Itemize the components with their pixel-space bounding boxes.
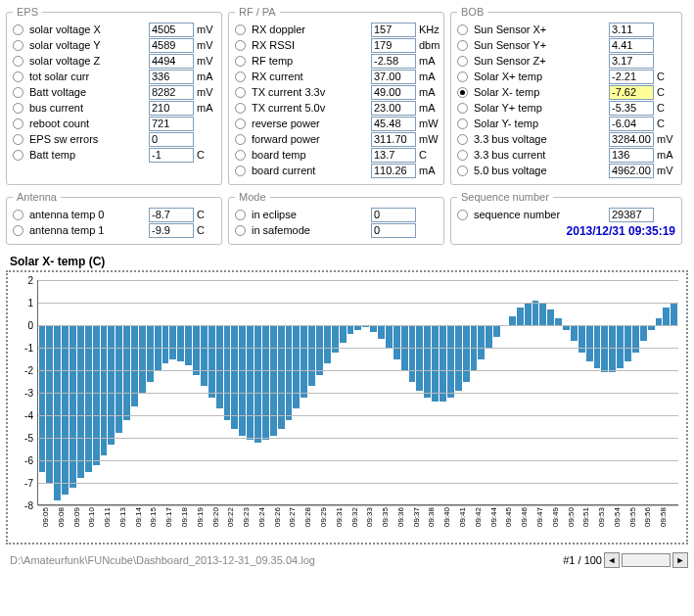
mode-label: in safemode <box>252 224 369 236</box>
bar <box>493 325 500 337</box>
eps-label: Batt temp <box>29 149 147 161</box>
eps-radio[interactable] <box>13 87 23 98</box>
eps-radio[interactable] <box>13 24 23 35</box>
bar <box>123 325 130 420</box>
rfpa-radio[interactable] <box>235 24 246 35</box>
bob-radio[interactable] <box>457 166 468 176</box>
y-tick: 2 <box>27 275 33 286</box>
eps-unit: mV <box>194 39 215 51</box>
eps-value: 0 <box>149 132 194 147</box>
seq-row: sequence number29387 <box>457 207 675 222</box>
bar <box>393 325 400 359</box>
bob-radio[interactable] <box>457 40 468 51</box>
eps-row: reboot count721 <box>13 116 215 131</box>
eps-radio[interactable] <box>13 150 23 161</box>
rfpa-row: board temp13.7C <box>235 147 438 163</box>
bob-label: Solar X+ temp <box>474 71 607 82</box>
y-tick: -4 <box>24 410 33 421</box>
rfpa-unit: mA <box>416 86 438 98</box>
rfpa-value: 13.7 <box>371 148 416 163</box>
eps-value: 336 <box>149 70 194 84</box>
bob-radio[interactable] <box>457 118 468 129</box>
bob-row: Solar X+ temp-2.21C <box>457 69 675 84</box>
y-axis: 210-1-2-3-4-5-6-7-8 <box>14 280 35 505</box>
bob-radio[interactable] <box>457 103 468 114</box>
rfpa-radio[interactable] <box>235 56 246 67</box>
rfpa-group: RF / PA RX doppler157KHzRX RSSI179dbmRF … <box>228 6 444 185</box>
rfpa-unit: KHz <box>416 24 438 35</box>
bob-label: 5.0 bus voltage <box>474 165 607 176</box>
bar <box>162 325 169 363</box>
bar <box>617 325 624 368</box>
bar <box>663 308 670 325</box>
rfpa-radio[interactable] <box>235 40 246 51</box>
rfpa-radio[interactable] <box>235 150 246 161</box>
bob-radio[interactable] <box>457 134 468 145</box>
bob-radio[interactable] <box>457 150 468 161</box>
eps-value: 210 <box>149 101 194 116</box>
bob-value: 3.17 <box>609 54 654 69</box>
eps-radio[interactable] <box>13 56 23 67</box>
rfpa-radio[interactable] <box>235 87 246 98</box>
bob-row: Sun Sensor Z+3.17 <box>457 53 675 69</box>
mode-radio[interactable] <box>235 210 246 220</box>
bar <box>262 325 269 440</box>
bar <box>216 325 223 408</box>
bar <box>609 325 616 372</box>
eps-label: solar voltage X <box>29 24 147 35</box>
eps-unit: mV <box>194 24 215 35</box>
eps-unit: mA <box>194 102 215 114</box>
bar <box>586 325 593 361</box>
bar <box>555 318 562 325</box>
rfpa-label: RF temp <box>252 55 369 67</box>
rfpa-row: RX doppler157KHz <box>235 22 438 37</box>
eps-radio[interactable] <box>13 118 23 129</box>
bar <box>532 301 539 325</box>
bob-label: Solar X- temp <box>474 86 607 98</box>
rfpa-label: RX current <box>252 71 369 82</box>
bob-radio[interactable] <box>457 71 468 82</box>
rfpa-radio[interactable] <box>235 166 246 176</box>
rfpa-radio[interactable] <box>235 71 246 82</box>
eps-radio[interactable] <box>13 103 23 114</box>
rfpa-unit: mA <box>416 165 438 176</box>
bar <box>239 325 246 436</box>
antenna-radio[interactable] <box>13 210 23 220</box>
rfpa-unit: mA <box>416 102 438 114</box>
eps-radio[interactable] <box>13 40 23 51</box>
rfpa-value: -2.58 <box>371 54 416 69</box>
page-slider[interactable] <box>622 553 671 567</box>
antenna-value: -9.9 <box>149 223 194 238</box>
bob-radio[interactable] <box>457 56 468 67</box>
rfpa-label: RX RSSI <box>252 39 369 51</box>
page-indicator: #1 / 100 <box>563 554 602 566</box>
rfpa-unit: mA <box>416 71 438 82</box>
eps-label: Batt voltage <box>29 86 147 98</box>
eps-row: EPS sw errors0 <box>13 131 215 147</box>
seq-radio[interactable] <box>457 210 468 220</box>
bar <box>486 325 492 348</box>
eps-value: 4589 <box>149 38 194 53</box>
next-button[interactable]: ► <box>672 552 688 568</box>
mode-radio[interactable] <box>235 225 246 236</box>
eps-label: solar voltage Z <box>29 55 147 67</box>
bob-row: Solar X- temp-7.62C <box>457 84 675 100</box>
rfpa-radio[interactable] <box>235 134 246 145</box>
log-path: D:\Amateurfunk\FUNcube\Dashboard_2013-12… <box>6 554 563 566</box>
bar <box>101 325 108 455</box>
timestamp: 2013/12/31 09:35:19 <box>457 224 675 238</box>
bar <box>594 325 601 368</box>
eps-radio[interactable] <box>13 71 23 82</box>
rfpa-radio[interactable] <box>235 103 246 114</box>
rfpa-unit: mW <box>416 118 438 129</box>
rfpa-radio[interactable] <box>235 118 246 129</box>
eps-unit: mV <box>194 55 215 67</box>
bob-radio[interactable] <box>457 24 468 35</box>
bob-radio[interactable] <box>457 87 468 98</box>
prev-button[interactable]: ◄ <box>604 552 620 568</box>
rfpa-value: 45.48 <box>371 117 416 131</box>
bob-row: Solar Y- temp-6.04C <box>457 116 675 131</box>
eps-radio[interactable] <box>13 134 23 145</box>
footer: D:\Amateurfunk\FUNcube\Dashboard_2013-12… <box>6 552 688 568</box>
antenna-radio[interactable] <box>13 225 23 236</box>
